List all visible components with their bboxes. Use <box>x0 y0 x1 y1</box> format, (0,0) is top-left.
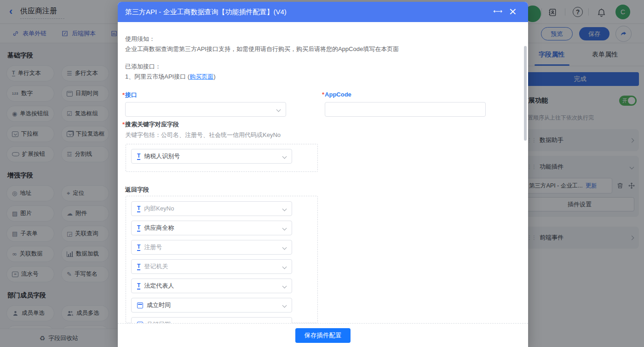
return-field-select-登记机关[interactable]: T登记机关 <box>131 259 292 274</box>
added-api-text-suffix: ) <box>213 73 215 80</box>
appcode-field-label: *AppCode <box>322 91 351 98</box>
modal-footer: 保存插件配置 <box>118 323 528 347</box>
chevron-down-icon <box>282 206 287 211</box>
return-field-select-注册号[interactable]: T注册号 <box>131 240 292 255</box>
modal-header: 第三方API - 企业工商数据查询【功能插件配置】(V4) ←→ × <box>118 2 528 22</box>
plugin-config-modal: 第三方API - 企业工商数据查询【功能插件配置】(V4) ←→ × 使用须知：… <box>118 2 528 347</box>
return-field-value: 注册号 <box>144 243 162 251</box>
appcode-input[interactable] <box>325 102 486 117</box>
chevron-down-icon <box>282 154 287 159</box>
text-field-icon: T <box>137 153 140 160</box>
modal-title: 第三方API - 企业工商数据查询【功能插件配置】(V4) <box>125 8 287 17</box>
keyword-field-value: 纳税人识别号 <box>144 152 180 160</box>
return-field-value: 登记机关 <box>144 262 168 271</box>
keyword-field-label: *搜索关键字对应字段 <box>122 120 179 129</box>
return-field-select-内部KeyNo[interactable]: T内部KeyNo <box>131 201 292 216</box>
return-field-select-法定代表人[interactable]: T法定代表人 <box>131 279 292 293</box>
chevron-down-icon <box>282 284 287 288</box>
chevron-down-icon <box>276 107 281 112</box>
return-field-select-供应商全称[interactable]: T供应商全称 <box>131 221 292 235</box>
return-field-select-成立时间[interactable]: 成立时间 <box>131 298 292 313</box>
close-icon[interactable]: × <box>509 6 517 17</box>
modal-scrollbar[interactable] <box>524 46 527 141</box>
chevron-down-icon <box>282 226 287 230</box>
required-asterisk: * <box>122 121 125 128</box>
text-field-icon: T <box>137 283 140 290</box>
save-plugin-config-button[interactable]: 保存插件配置 <box>295 328 351 343</box>
required-asterisk: * <box>322 91 324 98</box>
notice-title: 使用须知： <box>125 35 155 43</box>
return-field-value: 成立时间 <box>147 301 171 309</box>
resize-icon[interactable]: ←→ <box>493 8 501 15</box>
required-asterisk: * <box>122 91 125 98</box>
return-fields-label: 返回字段 <box>125 186 149 194</box>
purchase-page-link[interactable]: 购买页面 <box>190 73 213 80</box>
chevron-down-icon <box>282 264 287 269</box>
added-api-text: 1、阿里云市场API接口 ( <box>125 73 190 80</box>
app: ‹ 供应商注册 ? C 表单外链后端脚本 基础字段T单行文本☰多行文本12 <box>0 0 644 347</box>
return-field-value: 内部KeyNo <box>144 205 174 213</box>
keyword-hint: 关键字包括：公司名、注册号、社会统一信用代码或KeyNo <box>125 131 281 139</box>
chevron-down-icon <box>282 303 287 307</box>
notice-body: 企业工商数据查询需第三方API接口支持，如需使用请自行购买，购买后请将您的App… <box>125 45 399 53</box>
text-field-icon: T <box>137 225 140 232</box>
api-select[interactable] <box>125 102 286 117</box>
added-api-item: 1、阿里云市场API接口 (购买页面) <box>125 73 215 81</box>
added-api-title: 已添加接口： <box>125 63 161 71</box>
return-field-value: 供应商全称 <box>144 224 174 232</box>
date-field-icon <box>137 302 143 308</box>
keyword-field-select[interactable]: T 纳税人识别号 <box>131 149 292 164</box>
text-field-icon: T <box>137 205 140 212</box>
return-field-value: 法定代表人 <box>144 282 174 290</box>
api-field-label: *接口 <box>122 91 137 99</box>
text-field-icon: T <box>137 263 140 270</box>
text-field-icon: T <box>137 244 140 251</box>
modal-body: 使用须知： 企业工商数据查询需第三方API接口支持，如需使用请自行购买，购买后请… <box>118 22 528 323</box>
chevron-down-icon <box>282 245 287 250</box>
return-field-select-吊销日期[interactable]: 吊销日期 <box>131 317 292 323</box>
